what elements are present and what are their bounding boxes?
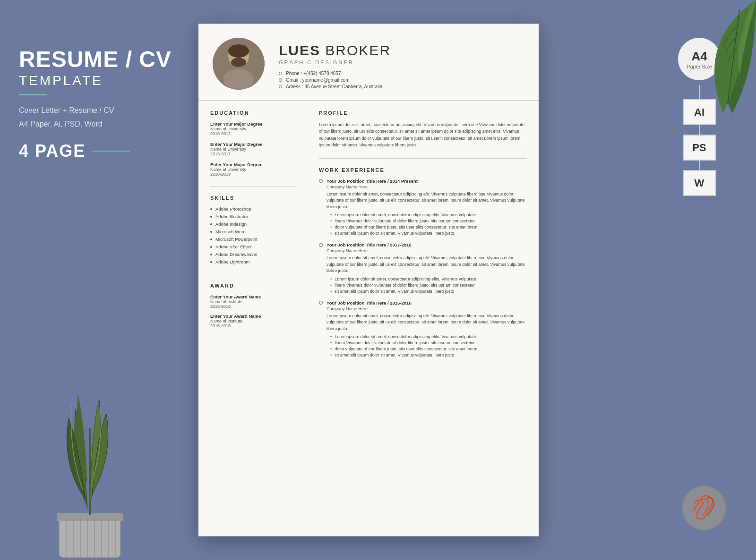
award-entry-1: Enter Your Award Name Name of Institute … xyxy=(210,294,297,309)
work-bullet: sit amet elit ipsum dolor sit amet. Viva… xyxy=(330,353,527,357)
skills-title: SKILLS xyxy=(210,195,297,201)
award-title: AWARD xyxy=(210,283,297,288)
cv-body: EDUCATION Enter Your Major Degree Name o… xyxy=(198,101,539,536)
desc-line-1: Cover Letter + Resume / CV xyxy=(19,104,180,118)
cv-header: LUES BROKER GRAPHIC DESIGNER Phone : +(4… xyxy=(198,24,539,101)
education-entry-1: Enter Your Major Degree Name of Universi… xyxy=(210,121,297,136)
cv-phone: Phone : +(452) 4578 4657 xyxy=(279,71,524,76)
skill-2: Adobe Illustrator xyxy=(210,214,297,219)
profile-section: PROFILE Lorem ipsum dolor sit amet, cons… xyxy=(319,110,527,149)
cv-address: Adress : 45 Avenue Street Canberra, Aust… xyxy=(279,84,524,89)
divider-1 xyxy=(210,186,297,187)
cv-document: LUES BROKER GRAPHIC DESIGNER Phone : +(4… xyxy=(198,24,539,536)
svg-rect-0 xyxy=(59,518,120,558)
work-entry-2: Your Job Position Title Here / 2017-2018… xyxy=(319,242,527,294)
education-section: EDUCATION Enter Your Major Degree Name o… xyxy=(210,110,297,177)
skill-7: Adobe Dreamweaver xyxy=(210,252,297,257)
title-underline xyxy=(19,94,47,95)
svg-point-13 xyxy=(228,44,249,58)
divider-2 xyxy=(210,274,297,274)
profile-text: Lorem ipsum dolor sit amet, consectetur … xyxy=(319,121,527,149)
education-title: EDUCATION xyxy=(210,110,297,116)
leaf-decoration xyxy=(652,0,756,113)
svg-point-18 xyxy=(683,487,725,529)
work-dot xyxy=(319,301,323,305)
contact-dot xyxy=(279,78,282,82)
cv-header-info: LUES BROKER GRAPHIC DESIGNER Phone : +(4… xyxy=(279,38,524,91)
work-bullet: dolor vulputate of our libero justo. sit… xyxy=(330,347,527,351)
work-bullet: Lorem ipsum dolor sit amet, consectetur … xyxy=(330,334,527,339)
format-badge-ps: PS xyxy=(683,135,716,161)
work-dot xyxy=(319,179,323,183)
skill-1: Adobe Photoshop xyxy=(210,206,297,212)
work-bullet: dolor vulputate of our libero justo. sit… xyxy=(330,225,527,229)
cv-job-title: GRAPHIC DESIGNER xyxy=(279,59,524,65)
svg-point-14 xyxy=(231,58,246,67)
contact-dot xyxy=(279,85,282,88)
plant-decoration xyxy=(14,371,165,560)
contact-dot xyxy=(279,72,282,75)
award-entry-2: Enter Your Award Name Name of Institute … xyxy=(210,314,297,328)
paperclip-decoration xyxy=(680,484,728,532)
education-entry-3: Enter Your Major Degree Name of Universi… xyxy=(210,162,297,177)
skill-6: Adobe After Effect xyxy=(210,244,297,249)
cv-photo xyxy=(213,38,265,90)
divider-3 xyxy=(319,158,527,159)
left-panel: RESUME / CV TEMPLATE Cover Letter + Resu… xyxy=(19,47,180,161)
template-subtitle: TEMPLATE xyxy=(19,73,180,88)
work-experience-section: WORK EXPERIENCE Your Job Position Title … xyxy=(319,167,527,358)
award-section: AWARD Enter Your Award Name Name of Inst… xyxy=(210,283,297,328)
format-badge-w: W xyxy=(683,170,716,196)
cv-left-column: EDUCATION Enter Your Major Degree Name o… xyxy=(198,101,307,536)
connector-line-2 xyxy=(699,125,700,135)
cv-right-column: PROFILE Lorem ipsum dolor sit amet, cons… xyxy=(307,101,539,536)
cv-email: Gmail : yourname@gmail.com xyxy=(279,77,524,83)
work-bullet: libero Vivamus dolor vulputate of dolor … xyxy=(330,283,527,288)
svg-point-15 xyxy=(223,69,254,90)
profile-title: PROFILE xyxy=(319,110,527,116)
skill-8: Adobe Lightroom xyxy=(210,259,297,264)
work-bullet: Lorem ipsum dolor sit amet, consectetur … xyxy=(330,277,527,281)
work-bullet: libero Vivamus dolor vulputate of dolor … xyxy=(330,219,527,223)
work-entry-1: Your Job Position Title Here / 2014 Pres… xyxy=(319,178,527,236)
page-count-line xyxy=(92,151,130,152)
work-title: WORK EXPERIENCE xyxy=(319,167,527,173)
work-bullet: Lorem ipsum dolor sit amet, consectetur … xyxy=(330,212,527,217)
work-bullet: sit amet elit ipsum dolor sit amet. Viva… xyxy=(330,231,527,236)
skill-3: Adobe Indesign xyxy=(210,221,297,227)
work-dot xyxy=(319,243,323,247)
cv-full-name: LUES BROKER xyxy=(279,42,524,59)
work-bullet: sit amet elit ipsum dolor sit amet. Viva… xyxy=(330,289,527,294)
page-count: 4 PAGE xyxy=(19,141,180,161)
work-entry-3: Your Job Position Title Here / 2015-2016… xyxy=(319,300,527,358)
skills-section: SKILLS Adobe Photoshop Adobe Illustrator… xyxy=(210,195,297,264)
education-entry-2: Enter Your Major Degree Name of Universi… xyxy=(210,142,297,156)
skill-4: Microsoft Word xyxy=(210,229,297,234)
connector-line-3 xyxy=(699,161,700,170)
desc-line-2: A4 Paper, Ai, PSD, Word xyxy=(19,118,180,131)
resume-title: RESUME / CV xyxy=(19,47,180,72)
work-bullet: libero Vivamus dolor vulputate of dolor … xyxy=(330,340,527,345)
skill-5: Microsoft Powerpoint xyxy=(210,237,297,242)
